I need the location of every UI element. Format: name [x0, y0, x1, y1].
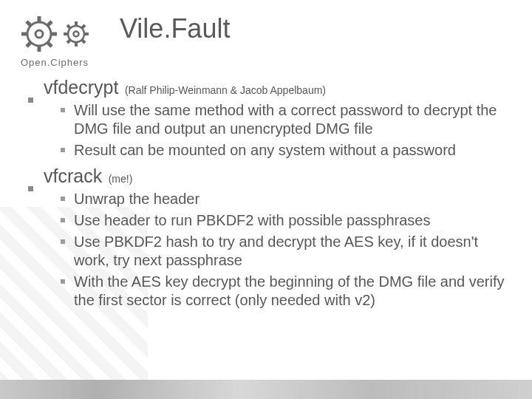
square-bullet-icon — [61, 108, 65, 112]
list-item: With the AES key decrypt the beginning o… — [28, 273, 517, 310]
section-heading-text: vfcrack — [44, 166, 102, 186]
slide-title: Vile.Fault — [120, 13, 230, 44]
square-bullet-icon — [28, 98, 33, 103]
square-bullet-icon — [61, 218, 65, 222]
slide-content: vfdecrypt (Ralf Philip-Weinmann & Jacob … — [28, 75, 517, 310]
list-item: Unwrap the header — [28, 190, 517, 208]
square-bullet-icon — [28, 186, 33, 191]
svg-point-11 — [74, 32, 79, 37]
svg-line-17 — [82, 40, 85, 43]
square-bullet-icon — [61, 239, 65, 244]
logo: Open.Ciphers — [10, 13, 99, 68]
list-item-text: Unwrap the header — [74, 190, 517, 208]
list-item-text: Use header to run PBKDF2 with possible p… — [74, 211, 517, 230]
section-subheading-text: (Ralf Philip-Weinmann & Jacob Appelbaum) — [125, 84, 326, 96]
list-item: Use header to run PBKDF2 with possible p… — [28, 211, 517, 230]
section-heading-text: vfdecrypt — [44, 77, 118, 98]
logo-gears — [10, 13, 99, 55]
list-item-text: Result can be mounted on any system with… — [74, 141, 517, 160]
svg-line-19 — [82, 25, 85, 28]
logo-text: Open.Ciphers — [10, 57, 99, 68]
square-bullet-icon — [61, 197, 65, 201]
section-heading-vfdecrypt: vfdecrypt (Ralf Philip-Weinmann & Jacob … — [28, 77, 517, 98]
gear-small-icon — [61, 19, 91, 49]
svg-line-6 — [27, 21, 31, 26]
svg-line-18 — [67, 40, 70, 43]
square-bullet-icon — [61, 279, 65, 284]
svg-line-7 — [47, 42, 52, 47]
svg-line-16 — [67, 25, 70, 28]
list-item-text: Will use the same method with a correct … — [74, 101, 517, 138]
square-bullet-icon — [61, 148, 65, 152]
svg-point-10 — [68, 26, 84, 42]
svg-line-8 — [27, 42, 31, 47]
svg-line-9 — [47, 21, 52, 26]
svg-point-1 — [35, 30, 43, 38]
section-heading-vfcrack: vfcrack (me!) — [28, 166, 517, 187]
list-item: Result can be mounted on any system with… — [28, 141, 517, 160]
section-subheading-text: (me!) — [109, 173, 133, 185]
list-item: Will use the same method with a correct … — [28, 101, 517, 138]
footer-band — [0, 380, 532, 399]
list-item: Use PBKDF2 hash to try and decrypt the A… — [28, 233, 517, 270]
list-item-text: With the AES key decrypt the beginning o… — [74, 273, 517, 310]
gear-large-icon — [18, 13, 60, 55]
list-item-text: Use PBKDF2 hash to try and decrypt the A… — [74, 233, 517, 270]
